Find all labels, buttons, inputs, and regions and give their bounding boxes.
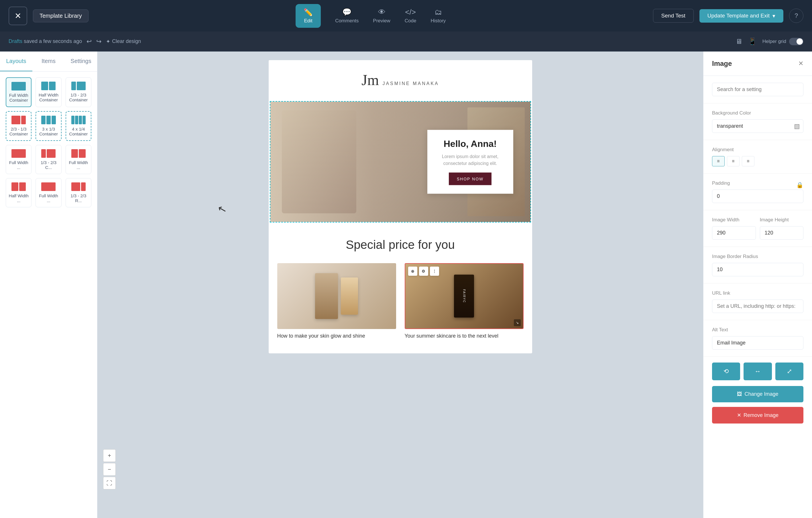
align-center-button[interactable]: ≡ (727, 156, 740, 166)
history-icon: 🗂 (435, 8, 442, 17)
lock-icon[interactable]: 🔒 (796, 182, 804, 188)
change-image-button[interactable]: 🖼 Change Image (712, 386, 804, 402)
preview-nav-item[interactable]: 👁 Preview (373, 8, 390, 24)
nav-center: ✏️ Edit 💬 Comments 👁 Preview </> Code 🗂 … (296, 4, 446, 28)
preview-icon: 👁 (378, 8, 385, 17)
code-nav-item[interactable]: </> Code (405, 8, 416, 24)
zoom-fit-button[interactable]: ⛶ (103, 477, 116, 489)
layout-full-width-r3[interactable]: Full Width ... (35, 178, 61, 207)
help-button[interactable]: ? (789, 8, 804, 23)
edit-tab[interactable]: ✏️ Edit (296, 4, 321, 28)
panel-search-section (703, 76, 812, 103)
stretch-button[interactable]: ↔ (744, 363, 772, 380)
layout-1-3-2-3-label: 1/3 - 2/3 Container (68, 92, 89, 102)
update-template-button[interactable]: Update Template and Exit ▾ (699, 9, 783, 23)
image-width-input[interactable] (712, 226, 756, 240)
drafts-link[interactable]: Drafts (8, 38, 22, 44)
tab-layouts[interactable]: Layouts (0, 52, 32, 71)
mobile-view-button[interactable]: 📱 (748, 37, 757, 45)
tab-layouts-label: Layouts (6, 58, 26, 64)
layout-4x1-4[interactable]: 4 x 1/4 Container (66, 111, 91, 141)
layout-2-3-1-3[interactable]: 2/3 - 1/3 Container (6, 111, 31, 141)
image-border-radius-section: Image Border Radius (703, 247, 812, 283)
shop-now-button[interactable]: SHOP NOW (449, 173, 492, 185)
layout-half-width[interactable]: Half Width Container (35, 77, 61, 107)
layouts-grid: Full Width Container Half Width Containe… (0, 71, 97, 213)
email-header: Jm JASMINE MANAKA (269, 60, 532, 100)
remove-image-button[interactable]: ✕ Remove Image (712, 407, 804, 424)
hero-section[interactable]: Hello, Anna! Lorem ipsum dolor sit amet,… (270, 101, 531, 222)
zoom-in-button[interactable]: + (103, 449, 116, 462)
crop-button[interactable]: ⟲ (712, 363, 740, 380)
template-library-button[interactable]: Template Library (33, 9, 88, 22)
layout-1-3-2-3[interactable]: 1/3 - 2/3 Container (66, 77, 91, 107)
remove-image-icon: ✕ (737, 412, 741, 418)
helper-grid-label: Helper grid (762, 39, 786, 44)
image-border-radius-input[interactable] (712, 263, 804, 276)
alt-text-section: Alt Text (703, 320, 812, 357)
layout-full-width-r2[interactable]: Full Width ... (66, 145, 91, 174)
right-panel-header: Image ✕ (703, 52, 812, 76)
fullscreen-button[interactable]: ⤢ (775, 363, 804, 380)
undo-button[interactable]: ↩ (87, 38, 92, 45)
logo-text: Jm (361, 72, 379, 88)
desktop-view-button[interactable]: 🖥 (735, 37, 743, 45)
layout-3x1-3[interactable]: 3 x 1/3 Container (35, 111, 61, 141)
layout-1-3-2-3-r[interactable]: 1/3 - 2/3 C... (35, 145, 61, 174)
image-height-input[interactable] (760, 226, 804, 240)
email-canvas: Jm JASMINE MANAKA Hello, Anna! Lorem ips… (269, 60, 532, 353)
product-more-button[interactable]: ⋮ (430, 267, 439, 276)
align-left-button[interactable]: ≡ (712, 156, 725, 166)
history-nav-item[interactable]: 🗂 History (431, 8, 446, 24)
product-move-button[interactable]: ⊕ (408, 267, 417, 276)
sub-navigation: Drafts saved a few seconds ago ↩ ↪ ✦ Cle… (0, 31, 812, 52)
resize-handle[interactable]: ↘ (516, 321, 519, 325)
layout-2-3-1-3-label: 2/3 - 1/3 Container (8, 127, 29, 136)
redo-button[interactable]: ↪ (96, 38, 102, 45)
clear-design-label: Clear design (112, 38, 141, 44)
alt-text-input[interactable] (712, 336, 804, 349)
cursor: ↖ (216, 203, 228, 216)
product-image-2: FAIRYC ⊕ ⚙ ⋮ ↘ (405, 263, 524, 329)
send-test-button[interactable]: Send Test (653, 9, 694, 23)
layout-1-3-2-3-r2[interactable]: 1/3 - 2/3 R... (66, 178, 91, 207)
canvas-area: ↖ Jm JASMINE MANAKA Hello, Anna! Lorem i… (97, 52, 703, 518)
alignment-section: Alignment ≡ ≡ ≡ (703, 140, 812, 174)
email-logo: Jm JASMINE MANAKA (361, 71, 439, 89)
layout-full-width[interactable]: Full Width Container (6, 77, 31, 107)
history-label: History (431, 18, 446, 24)
close-panel-button[interactable]: ✕ (798, 60, 804, 67)
zoom-out-button[interactable]: − (103, 463, 116, 476)
helper-grid-toggle: Helper grid (762, 38, 804, 45)
tab-items-label: Items (41, 58, 56, 64)
2-3-1-3-icon (11, 116, 26, 124)
padding-input[interactable] (712, 189, 804, 203)
tab-settings[interactable]: Settings (65, 52, 97, 71)
layout-full-width-r[interactable]: Full Width ... (6, 145, 31, 174)
sub-nav-right: 🖥 📱 Helper grid (735, 37, 804, 45)
close-button[interactable]: ✕ (8, 7, 27, 25)
drafts-status: Drafts saved a few seconds ago (8, 38, 82, 44)
4x1-4-icon (71, 116, 86, 124)
align-right-button[interactable]: ≡ (742, 156, 754, 166)
full-width-r3-icon (41, 182, 56, 191)
background-color-input[interactable] (712, 119, 804, 133)
clear-design-icon: ✦ (106, 38, 110, 45)
settings-search-input[interactable] (712, 83, 804, 96)
layout-half-width-r[interactable]: Half Width ... (6, 178, 31, 207)
product-1-title: How to make your skin glow and shine (277, 333, 396, 339)
helper-grid-toggle-switch[interactable] (789, 38, 804, 45)
tab-items[interactable]: Items (32, 52, 65, 71)
product-settings-button[interactable]: ⚙ (419, 267, 428, 276)
clear-design-button[interactable]: ✦ Clear design (106, 38, 141, 45)
image-border-radius-label: Image Border Radius (712, 254, 804, 260)
hero-content-card: Hello, Anna! Lorem ipsum dolor sit amet,… (427, 130, 513, 194)
layout-3x1-3-label: 3 x 1/3 Container (38, 127, 58, 136)
comments-nav-item[interactable]: 💬 Comments (335, 8, 358, 24)
help-icon: ? (794, 12, 798, 20)
half-width-r-icon (11, 182, 26, 191)
logo-subtext: JASMINE MANAKA (382, 81, 439, 86)
alignment-label: Alignment (712, 147, 804, 153)
layout-full-width-r-label: Full Width ... (8, 160, 29, 170)
url-link-input[interactable] (712, 300, 804, 313)
